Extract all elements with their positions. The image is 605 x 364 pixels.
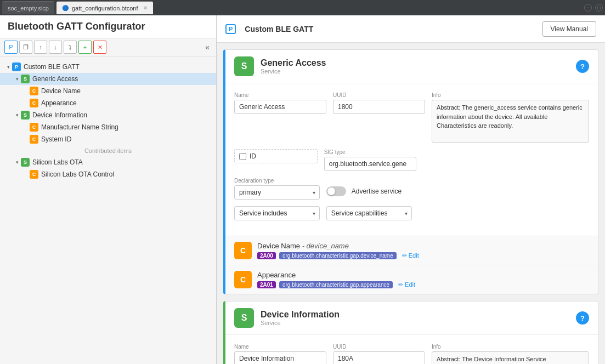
field-uuid-input[interactable] <box>333 100 425 114</box>
field-sig-type-input[interactable] <box>324 157 416 171</box>
tree-item-system-id[interactable]: C System ID <box>0 133 216 145</box>
fields-row-1: Name UUID Info Abstract: The generic_acc… <box>234 92 589 143</box>
tree-item-device-name[interactable]: C Device Name <box>0 85 216 97</box>
right-panel: P Custom BLE GATT View Manual S Generic … <box>217 15 605 364</box>
tree-item-custom-ble-gatt[interactable]: ▾ P Custom BLE GATT <box>0 61 216 73</box>
select-service-includes-wrapper: Service includes <box>234 206 320 220</box>
tree-label-system-id: System ID <box>41 135 71 143</box>
collapse-btn[interactable]: « <box>203 42 212 53</box>
tree-item-generic-access[interactable]: ▾ S Generic Access <box>0 73 216 85</box>
generic-access-card: S Generic Access Service ? Name <box>223 49 598 294</box>
device-information-card: S Device Information Service ? Name <box>223 301 598 364</box>
field-di-uuid: UUID <box>333 344 425 364</box>
btn-import[interactable]: ⤵ <box>64 41 77 54</box>
badge-C-appearance: C <box>30 99 38 107</box>
field-info-label: Info <box>432 92 589 98</box>
badge-S-generic: S <box>21 75 30 83</box>
btn-up[interactable]: ↑ <box>34 41 47 54</box>
tree-label-generic-access: Generic Access <box>32 75 78 83</box>
uuid-badge-device-name: 2A00 <box>257 252 276 259</box>
tab-slcp[interactable]: soc_empty.slcp <box>2 1 54 14</box>
advertise-toggle[interactable] <box>326 186 346 196</box>
btn-remove[interactable]: ✕ <box>93 41 106 54</box>
tree-item-appearance[interactable]: C Appearance <box>0 97 216 109</box>
tree-item-device-information[interactable]: ▾ S Device Information <box>0 109 216 121</box>
char-badge-device-name: C <box>234 242 252 259</box>
select-declaration[interactable]: primary secondary <box>234 185 320 200</box>
btn-add-profile[interactable]: P <box>4 41 18 54</box>
field-advertise: Advertise service <box>326 178 412 196</box>
field-uuid-label: UUID <box>333 92 425 98</box>
tree-arrow-device-info: ▾ <box>13 112 21 118</box>
tab-close-icon[interactable]: ✕ <box>143 5 148 11</box>
field-di-name-input[interactable] <box>234 351 326 364</box>
tree-label-device-information: Device Information <box>32 111 87 119</box>
select-service-capabilities-wrapper: Service capabilities <box>326 206 412 220</box>
select-declaration-wrapper: primary secondary <box>234 185 320 200</box>
tree-item-silicon-labs-ota-control[interactable]: C Silicon Labs OTA Control <box>0 168 216 180</box>
id-checkbox[interactable] <box>239 153 246 160</box>
device-information-name: Device Information <box>261 310 340 320</box>
field-info-textarea[interactable]: Abstract: The generic_access service con… <box>432 100 589 143</box>
sidebar: Bluetooth GATT Configurator P ❐ ↑ ↓ ⤵ + … <box>0 15 217 364</box>
tree-label-custom-ble-gatt: Custom BLE GATT <box>24 63 80 71</box>
right-header: P Custom BLE GATT View Manual <box>217 15 605 43</box>
generic-access-name: Generic Access <box>261 58 326 68</box>
device-information-title-group: Device Information Service <box>261 310 340 326</box>
toolbar: P ❐ ↑ ↓ ⤵ + ✕ « <box>0 38 216 56</box>
badge-S-silicon-ota: S <box>21 158 30 167</box>
btn-down[interactable]: ↓ <box>49 41 62 54</box>
char-info-device-name: Device Name - device_name 2A00 org.bluet… <box>257 242 589 259</box>
minimize-btn[interactable]: − <box>584 4 592 12</box>
tree-item-silicon-labs-ota[interactable]: ▾ S Silicon Labs OTA <box>0 156 216 168</box>
window-controls: − □ <box>584 4 603 12</box>
right-panel-scroll[interactable]: S Generic Access Service ? Name <box>217 43 605 364</box>
uuid-path-appearance: org.bluetooth.characteristic.gap.appeara… <box>279 281 393 288</box>
badge-P-custom: P <box>12 62 21 71</box>
generic-access-card-body: Name UUID Info Abstract: The generic_acc… <box>225 83 598 236</box>
field-name-input[interactable] <box>234 100 326 114</box>
view-manual-button[interactable]: View Manual <box>542 21 596 37</box>
generic-access-help-btn[interactable]: ? <box>576 60 589 73</box>
tab-slcp-label: soc_empty.slcp <box>8 5 49 12</box>
field-declaration-label: Declaration type <box>234 178 320 184</box>
char-item-device-name: C Device Name - device_name 2A00 org.blu… <box>225 236 598 265</box>
char-italic-device-name: - device_name <box>302 242 349 250</box>
char-item-appearance: C Appearance 2A01 org.bluetooth.characte… <box>225 265 598 294</box>
fields-row-4: Service includes Service capabilities <box>234 206 589 220</box>
badge-C-system-id: C <box>30 135 38 144</box>
device-information-type: Service <box>261 320 340 326</box>
tab-btconf[interactable]: 🔵 gatt_configuration.btconf ✕ <box>56 1 153 14</box>
field-info: Info Abstract: The generic_access servic… <box>432 92 589 143</box>
uuid-badge-appearance: 2A01 <box>257 281 276 288</box>
device-information-badge: S <box>234 308 254 328</box>
generic-access-type: Service <box>261 68 326 75</box>
field-declaration: Declaration type primary secondary <box>234 178 320 200</box>
device-information-help-btn[interactable]: ? <box>576 311 589 325</box>
generic-access-card-header: S Generic Access Service ? <box>225 50 598 83</box>
field-di-name-label: Name <box>234 344 326 350</box>
tree-item-manufacturer-name[interactable]: C Manufacturer Name String <box>0 121 216 133</box>
device-information-card-body: Name UUID Info Abstract: The Device Info… <box>225 335 598 364</box>
checkbox-id-field[interactable]: ID <box>234 149 318 163</box>
field-name-label: Name <box>234 92 326 98</box>
maximize-btn[interactable]: □ <box>595 4 603 12</box>
tab-bar: soc_empty.slcp 🔵 gatt_configuration.btco… <box>0 0 605 15</box>
main-layout: Bluetooth GATT Configurator P ❐ ↑ ↓ ⤵ + … <box>0 15 605 364</box>
sidebar-header: Bluetooth GATT Configurator <box>0 15 216 38</box>
field-di-uuid-input[interactable] <box>333 351 425 364</box>
tree-label-device-name: Device Name <box>41 87 81 95</box>
select-service-capabilities[interactable]: Service capabilities <box>326 206 412 220</box>
tree-arrow-custom-ble-gatt: ▾ <box>4 64 12 70</box>
edit-link-appearance[interactable]: ✏ Edit <box>398 281 415 288</box>
btn-copy[interactable]: ❐ <box>19 41 32 54</box>
select-service-includes[interactable]: Service includes <box>234 206 320 220</box>
tree-label-appearance: Appearance <box>41 99 77 107</box>
char-badge-appearance: C <box>234 271 252 288</box>
edit-link-device-name[interactable]: ✏ Edit <box>402 252 419 259</box>
char-info-appearance: Appearance 2A01 org.bluetooth.characteri… <box>257 271 589 288</box>
field-di-info-textarea[interactable]: Abstract: The Device Information Service <box>432 351 589 364</box>
badge-S-device-info: S <box>21 111 30 120</box>
advertise-toggle-row: Advertise service <box>326 186 412 196</box>
btn-add[interactable]: + <box>78 41 92 54</box>
